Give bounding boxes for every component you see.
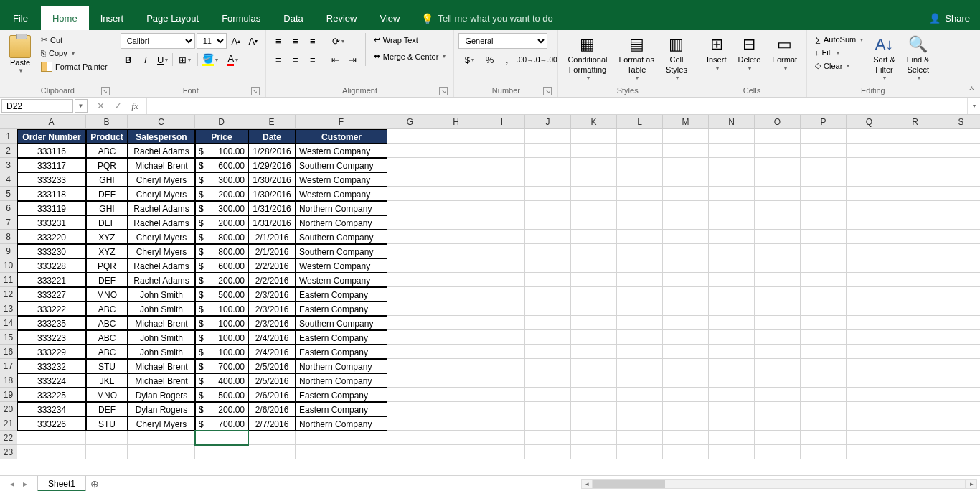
- cell[interactable]: [571, 230, 617, 244]
- cell[interactable]: [938, 359, 980, 373]
- data-cell[interactable]: 333234: [17, 402, 86, 416]
- cell[interactable]: [296, 431, 387, 445]
- cell[interactable]: [571, 215, 617, 230]
- data-cell[interactable]: ABC: [86, 144, 128, 158]
- data-cell[interactable]: 1/28/2016: [248, 144, 296, 158]
- cell[interactable]: [571, 144, 617, 158]
- cell[interactable]: [617, 388, 663, 402]
- cell[interactable]: [525, 244, 571, 258]
- data-cell[interactable]: XYZ: [86, 244, 128, 258]
- clipboard-dialog-launcher[interactable]: ↘: [101, 87, 110, 95]
- cell[interactable]: [847, 129, 892, 144]
- cell[interactable]: [571, 431, 617, 445]
- cell[interactable]: [433, 158, 479, 172]
- cell[interactable]: [433, 187, 479, 201]
- data-cell[interactable]: Southern Company: [296, 316, 387, 330]
- cell[interactable]: [387, 287, 433, 301]
- data-cell[interactable]: PQR: [86, 158, 128, 172]
- align-bottom-button[interactable]: ≡: [305, 33, 321, 49]
- align-center-button[interactable]: ≡: [288, 52, 303, 67]
- cell[interactable]: [433, 301, 479, 316]
- cell[interactable]: [801, 431, 847, 445]
- cell[interactable]: [801, 187, 847, 201]
- cell[interactable]: [525, 330, 571, 345]
- data-cell[interactable]: $ 800.00: [195, 230, 248, 244]
- data-cell[interactable]: MNO: [86, 287, 128, 301]
- data-cell[interactable]: Cheryl Myers: [128, 172, 195, 187]
- cell[interactable]: [617, 258, 663, 273]
- cell[interactable]: [938, 187, 980, 201]
- column-header-S[interactable]: S: [938, 115, 980, 129]
- data-cell[interactable]: 333232: [17, 359, 86, 373]
- cell[interactable]: [571, 158, 617, 172]
- cell[interactable]: [755, 273, 801, 287]
- data-cell[interactable]: 1/30/2016: [248, 187, 296, 201]
- cell[interactable]: [801, 345, 847, 359]
- cell[interactable]: [892, 431, 938, 445]
- cell[interactable]: [801, 416, 847, 431]
- data-cell[interactable]: Western Company: [296, 144, 387, 158]
- row-header-6[interactable]: 6: [0, 201, 17, 215]
- cell[interactable]: [479, 330, 525, 345]
- cell[interactable]: [479, 258, 525, 273]
- formula-accept-button[interactable]: ✓: [109, 100, 126, 111]
- cell[interactable]: [248, 431, 296, 445]
- cell[interactable]: [801, 330, 847, 345]
- data-cell[interactable]: DEF: [86, 273, 128, 287]
- cell[interactable]: [847, 445, 892, 459]
- data-cell[interactable]: 2/3/2016: [248, 301, 296, 316]
- formula-bar-expand[interactable]: ▾: [967, 98, 980, 114]
- column-header-H[interactable]: H: [433, 115, 479, 129]
- column-header-D[interactable]: D: [195, 115, 248, 129]
- cell[interactable]: [847, 388, 892, 402]
- data-cell[interactable]: 333117: [17, 158, 86, 172]
- row-header-22[interactable]: 22: [0, 431, 17, 445]
- cell[interactable]: [892, 373, 938, 388]
- cell[interactable]: [617, 316, 663, 330]
- cell[interactable]: [938, 287, 980, 301]
- cell[interactable]: [938, 230, 980, 244]
- tab-data[interactable]: Data: [272, 6, 314, 30]
- cell[interactable]: [892, 316, 938, 330]
- column-header-I[interactable]: I: [479, 115, 525, 129]
- cell[interactable]: [892, 273, 938, 287]
- cell[interactable]: [433, 258, 479, 273]
- data-cell[interactable]: $ 200.00: [195, 402, 248, 416]
- cell[interactable]: [479, 244, 525, 258]
- cell[interactable]: [801, 359, 847, 373]
- cell[interactable]: [709, 273, 755, 287]
- cut-button[interactable]: ✂Cut: [37, 33, 111, 47]
- tab-page-layout[interactable]: Page Layout: [135, 6, 210, 30]
- cell[interactable]: [755, 129, 801, 144]
- cell[interactable]: [248, 445, 296, 459]
- cell[interactable]: [571, 416, 617, 431]
- cell[interactable]: [847, 402, 892, 416]
- cell[interactable]: [571, 301, 617, 316]
- cell[interactable]: [617, 230, 663, 244]
- tab-home[interactable]: Home: [41, 6, 89, 30]
- data-cell[interactable]: ABC: [86, 345, 128, 359]
- row-header-15[interactable]: 15: [0, 330, 17, 345]
- table-header-cell[interactable]: Customer: [296, 129, 387, 144]
- cell[interactable]: [86, 431, 128, 445]
- formula-cancel-button[interactable]: ✕: [92, 100, 109, 111]
- cell[interactable]: [617, 144, 663, 158]
- fill-button[interactable]: ↓Fill▾: [811, 46, 867, 59]
- row-header-5[interactable]: 5: [0, 187, 17, 201]
- cell[interactable]: [755, 359, 801, 373]
- italic-button[interactable]: I: [138, 52, 154, 67]
- data-cell[interactable]: $ 100.00: [195, 330, 248, 345]
- data-cell[interactable]: 333220: [17, 230, 86, 244]
- cell[interactable]: [571, 172, 617, 187]
- cell[interactable]: [938, 158, 980, 172]
- data-cell[interactable]: $ 400.00: [195, 373, 248, 388]
- cell[interactable]: [892, 445, 938, 459]
- data-cell[interactable]: Eastern Company: [296, 388, 387, 402]
- collapse-ribbon-button[interactable]: ㅅ: [968, 83, 976, 94]
- cell[interactable]: [938, 431, 980, 445]
- cell[interactable]: [433, 445, 479, 459]
- cell[interactable]: [755, 416, 801, 431]
- paste-button[interactable]: Paste ▼: [4, 33, 36, 77]
- data-cell[interactable]: Eastern Company: [296, 345, 387, 359]
- cell[interactable]: [709, 431, 755, 445]
